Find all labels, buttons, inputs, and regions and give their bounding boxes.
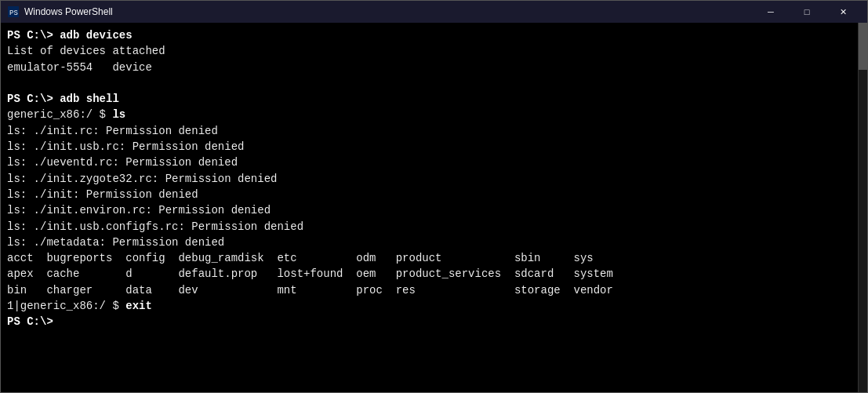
minimize-button[interactable]: ─ [753, 1, 789, 23]
svg-text:PS: PS [9, 9, 18, 17]
window-title: Windows PowerShell [24, 6, 753, 17]
scrollbar-thumb [859, 23, 867, 70]
content-area: PS C:\> adb devices List of devices atta… [1, 23, 867, 392]
close-button[interactable]: ✕ [825, 1, 861, 23]
window-controls: ─ □ ✕ [753, 1, 861, 23]
terminal-output[interactable]: PS C:\> adb devices List of devices atta… [1, 23, 858, 392]
scrollbar[interactable] [858, 23, 867, 392]
powershell-window: PS Windows PowerShell ─ □ ✕ PS C:\> adb … [0, 0, 868, 393]
app-icon: PS [7, 5, 20, 18]
titlebar: PS Windows PowerShell ─ □ ✕ [1, 1, 867, 23]
maximize-button[interactable]: □ [789, 1, 825, 23]
